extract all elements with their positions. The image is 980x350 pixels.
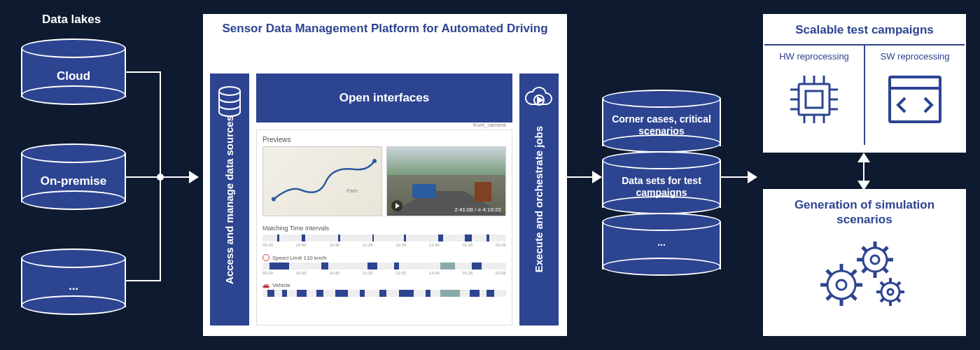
svg-line-38	[862, 268, 867, 272]
db-onpremise-label: On-premise	[21, 174, 126, 188]
pillar-left-label: Access and manage data sources	[223, 115, 237, 284]
box-simulation: Generation of simulation scenarios	[763, 189, 966, 336]
svg-point-22	[836, 280, 846, 290]
svg-rect-6	[806, 91, 822, 108]
platform-center: Open interfaces Previews front_camera Pa…	[256, 74, 512, 326]
test-campaigns-title: Scalable test campaigns	[764, 15, 965, 44]
arrow-up-icon	[858, 153, 870, 162]
svg-point-32	[871, 255, 879, 264]
play-icon	[391, 200, 402, 211]
sw-label: SW reprocessing	[881, 51, 950, 62]
svg-line-49	[897, 298, 900, 302]
camera-label: front_camera	[473, 122, 506, 128]
db-more-label: ...	[21, 279, 126, 293]
svg-line-39	[883, 268, 888, 272]
svg-line-27	[851, 270, 856, 275]
col-sw: SW reprocessing	[864, 46, 965, 145]
previews-label: Previews	[262, 136, 506, 144]
simulation-title: Generation of simulation scenarios	[764, 190, 965, 234]
junction-dot	[157, 174, 164, 181]
row-vehicle: 🚗 Vehicle	[262, 282, 506, 288]
timeline-ticks: 09:2010:00 10:4011:25 12:0512:45 01:2502…	[262, 243, 506, 248]
db-corner-cases-label: Corner cases, critical scenarios	[602, 113, 721, 137]
speed-limit-icon	[262, 254, 270, 261]
timeline-track-2	[262, 262, 506, 270]
arrow-right-icon	[592, 171, 602, 183]
svg-point-42	[888, 289, 893, 295]
db-cloud: Cloud	[21, 38, 126, 105]
truck-icon	[475, 182, 491, 202]
matching-title: Matching Time Intervals	[262, 225, 506, 232]
vehicle-icon: 🚗	[262, 282, 270, 288]
db-corner-cases: Corner cases, critical scenarios	[602, 90, 721, 153]
svg-line-40	[862, 247, 867, 251]
timeline-track-1	[262, 234, 506, 241]
db-onpremise: On-premise	[21, 144, 126, 210]
col-hw: HW reprocessing	[764, 46, 864, 145]
svg-line-48	[881, 298, 884, 302]
map-route-icon: Paris	[263, 147, 382, 216]
video-preview: 2:41:08 / e 4:18:22	[386, 146, 506, 216]
pillar-right-label: Execute and orchestrate jobs	[532, 126, 546, 272]
svg-point-31	[863, 248, 887, 272]
db-datasets-label: Data sets for test campaigns	[602, 175, 721, 199]
arrow-right-icon	[748, 171, 757, 183]
svg-point-0	[219, 87, 240, 95]
box-test-campaigns: Scalable test campaigns HW reprocessing …	[763, 14, 966, 153]
db-cloud-label: Cloud	[21, 69, 126, 83]
svg-line-37	[883, 247, 888, 251]
car-icon	[412, 184, 436, 198]
hw-label: HW reprocessing	[779, 51, 849, 62]
cloud-play-icon	[525, 86, 553, 113]
arrow-right-icon	[189, 171, 199, 183]
connector-line	[721, 176, 749, 178]
db-output-more-label: ...	[602, 237, 721, 248]
preview-panel: Previews front_camera Paris 2:41:08 / e …	[256, 130, 512, 326]
svg-rect-5	[799, 84, 830, 115]
timeline-track-3	[262, 290, 506, 297]
svg-line-47	[897, 282, 900, 286]
svg-rect-19	[890, 77, 940, 122]
db-output-more: ...	[602, 213, 721, 276]
chip-icon	[783, 69, 845, 130]
svg-line-28	[827, 295, 832, 300]
platform-title: Sensor Data Management Platform for Auto…	[210, 21, 560, 36]
video-time: 2:41:08 / e 4:18:22	[454, 206, 501, 213]
svg-line-29	[851, 295, 856, 300]
timeline-ticks-2: 09:2010:00 10:4011:25 12:0512:45 01:2502…	[262, 271, 506, 276]
db-more: ...	[21, 248, 126, 315]
svg-line-50	[881, 282, 884, 286]
svg-point-3	[372, 159, 377, 163]
pillar-execute-orchestrate: Execute and orchestrate jobs	[519, 74, 559, 326]
data-lakes-title: Data lakes	[42, 13, 101, 27]
connector-line	[126, 280, 161, 281]
pillar-access-manage: Access and manage data sources	[210, 74, 249, 326]
map-preview: Paris	[262, 146, 382, 216]
db-datasets: Data sets for test campaigns	[602, 151, 721, 214]
svg-line-30	[827, 270, 832, 275]
open-interfaces-bar: Open interfaces	[256, 74, 512, 122]
connector-line	[567, 176, 594, 178]
connector-line	[126, 71, 161, 73]
gears-icon	[764, 234, 965, 318]
svg-text:Paris: Paris	[346, 188, 358, 193]
connector-line	[863, 160, 864, 183]
code-window-icon	[884, 69, 946, 130]
svg-point-2	[272, 197, 276, 202]
row-speed-limit: Speed Limit 110 km/h	[262, 254, 506, 261]
